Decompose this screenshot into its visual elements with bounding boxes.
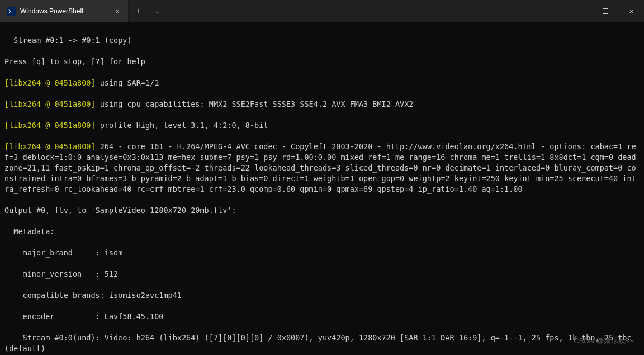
output-line: Stream #0:0(und): Video: h264 (libx264) … — [4, 333, 640, 354]
libx264-tag: [libx264 @ 0451a800] — [4, 78, 96, 87]
output-line: Metadata: — [4, 226, 640, 237]
tab-powershell[interactable]: ❯_ Windows PowerShell ✕ — [0, 0, 129, 22]
titlebar: ❯_ Windows PowerShell ✕ + ⌄ — ✕ — [0, 0, 644, 22]
close-button[interactable]: ✕ — [618, 0, 644, 22]
output-line: Press [q] to stop, [?] for help — [4, 56, 640, 67]
output-line: major_brand : isom — [4, 248, 640, 258]
output-line: encoder : Lavf58.45.100 — [4, 311, 640, 322]
libx264-tag: [libx264 @ 0451a800] — [4, 100, 96, 108]
terminal-output[interactable]: Stream #0:1 -> #0:1 (copy) Press [q] to … — [0, 22, 644, 355]
output-line: minor_version : 512 — [4, 269, 640, 280]
titlebar-drag-area[interactable] — [165, 0, 567, 22]
output-line: [libx264 @ 0451a800] using SAR=1/1 — [4, 78, 640, 88]
output-line: [libx264 @ 0451a800] profile High, level… — [4, 120, 640, 131]
libx264-tag: [libx264 @ 0451a800] — [4, 142, 96, 151]
output-line: [libx264 @ 0451a800] 264 - core 161 - H.… — [4, 141, 640, 195]
maximize-button[interactable] — [593, 0, 618, 22]
libx264-text: 264 - core 161 - H.264/MPEG-4 AVC codec … — [4, 142, 636, 193]
powershell-icon: ❯_ — [7, 7, 16, 16]
new-tab-button[interactable]: + — [129, 0, 149, 22]
tab-dropdown-button[interactable]: ⌄ — [149, 0, 165, 22]
output-line: Stream #0:1 -> #0:1 (copy) — [4, 35, 640, 46]
libx264-text: profile High, level 3.1, 4:2:0, 8-bit — [96, 121, 268, 130]
libx264-text: using cpu capabilities: MMX2 SSE2Fast SS… — [96, 100, 414, 108]
libx264-text: using SAR=1/1 — [96, 78, 159, 87]
tab-close-button[interactable]: ✕ — [113, 7, 121, 15]
watermark: CSDN @须尽欢~~ — [574, 336, 634, 346]
window-controls: — ✕ — [567, 0, 644, 22]
output-line: Output #0, flv, to 'SampleVideo_1280x720… — [4, 205, 640, 216]
output-line: compatible_brands: isomiso2avc1mp41 — [4, 290, 640, 301]
minimize-button[interactable]: — — [567, 0, 593, 22]
tab-title: Windows PowerShell — [20, 7, 109, 15]
output-line: [libx264 @ 0451a800] using cpu capabilit… — [4, 99, 640, 110]
libx264-tag: [libx264 @ 0451a800] — [4, 121, 96, 130]
